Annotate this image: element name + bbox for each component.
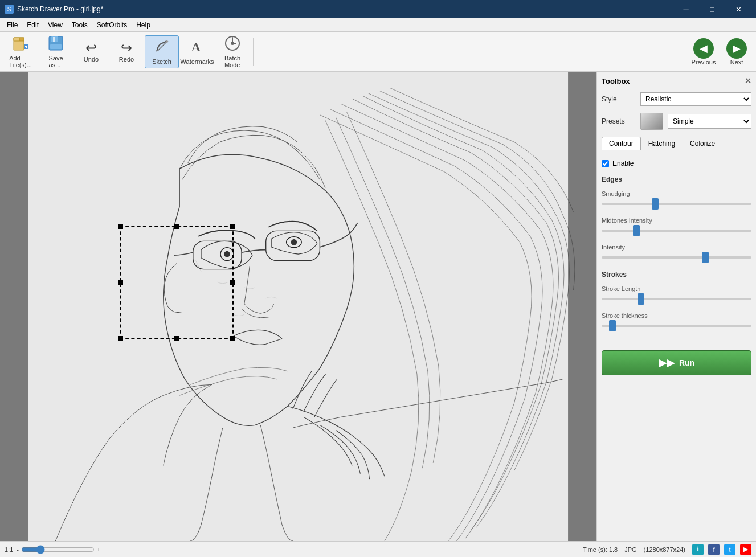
titlebar: S Sketch Drawer Pro - girl.jpg* ─ □ ✕ [0, 0, 756, 18]
watermarks-button[interactable]: A Watermarks [180, 35, 214, 68]
statusbar: 1:1 - + Time (s): 1.8 JPG (1280x877x24) … [0, 541, 756, 557]
smudging-slider-group: Smudging [602, 190, 751, 207]
save-as-label: Saveas... [48, 55, 63, 68]
next-button[interactable]: ▶ Next [721, 35, 753, 68]
intensity-slider[interactable] [602, 256, 751, 259]
zoom-slider[interactable] [21, 545, 95, 554]
run-label: Run [679, 358, 694, 367]
save-as-icon [48, 35, 64, 54]
next-label: Next [730, 59, 743, 65]
svg-point-16 [224, 251, 230, 256]
format-display: JPG [624, 546, 636, 553]
stroke-length-slider[interactable] [602, 298, 751, 300]
statusbar-left: 1:1 - + [5, 545, 576, 554]
svg-point-13 [231, 42, 234, 45]
app-icon: S [5, 5, 14, 14]
midtones-slider-group: Midtones Intensity [602, 217, 751, 234]
intensity-slider-group: Intensity [602, 244, 751, 260]
zoom-out-button[interactable]: - [17, 546, 19, 553]
style-row: Style Realistic Simple Artistic [602, 92, 751, 106]
undo-label: Undo [84, 56, 99, 63]
previous-button[interactable]: ◀ Previous [688, 35, 720, 68]
canvas-area[interactable] [0, 72, 596, 541]
batch-mode-button[interactable]: BatchMode [215, 35, 250, 68]
tab-contour[interactable]: Contour [602, 137, 641, 150]
smudging-label: Smudging [602, 190, 751, 197]
menu-edit[interactable]: Edit [22, 20, 43, 30]
midtones-intensity-slider[interactable] [602, 230, 751, 232]
batch-mode-icon [224, 35, 240, 54]
stroke-thickness-slider-group: Stroke thickness [602, 312, 751, 329]
midtones-intensity-label: Midtones Intensity [602, 217, 751, 224]
stroke-thickness-label: Stroke thickness [602, 312, 751, 319]
enable-checkbox[interactable] [602, 160, 609, 167]
watermarks-icon: A [189, 39, 205, 57]
toolbox-tabs: Contour Hatching Colorize [602, 137, 751, 150]
youtube-icon[interactable]: ▶ [740, 544, 751, 555]
undo-button[interactable]: ↩ Undo [74, 35, 108, 68]
presets-row: Presets Simple Detailed Sketch Realistic [602, 113, 751, 130]
svg-rect-9 [50, 44, 62, 49]
presets-label: Presets [602, 117, 636, 125]
stroke-length-label: Stroke Length [602, 285, 751, 292]
svg-text:A: A [191, 40, 201, 54]
toolbox-header: Toolbox ✕ [602, 76, 751, 85]
time-display: Time (s): 1.8 [583, 546, 618, 553]
intensity-label: Intensity [602, 244, 751, 251]
titlebar-controls: ─ □ ✕ [673, 0, 751, 18]
redo-button[interactable]: ↪ Redo [109, 35, 144, 68]
redo-label: Redo [119, 56, 134, 63]
preset-preview-icon [640, 113, 663, 130]
titlebar-left: S Sketch Drawer Pro - girl.jpg* [5, 5, 103, 14]
tab-hatching[interactable]: Hatching [641, 137, 683, 150]
toolbox-panel: Toolbox ✕ Style Realistic Simple Artisti… [596, 72, 756, 541]
menu-view[interactable]: View [43, 20, 67, 30]
edges-section-label: Edges [602, 175, 751, 183]
redo-icon: ↪ [121, 41, 132, 55]
menu-tools[interactable]: Tools [67, 20, 92, 30]
presets-select[interactable]: Simple Detailed Sketch Realistic [668, 114, 751, 129]
zoom-level: 1:1 [5, 546, 13, 553]
svg-rect-1 [14, 38, 19, 41]
style-label: Style [602, 95, 636, 103]
watermarks-label: Watermarks [181, 58, 214, 65]
tab-colorize[interactable]: Colorize [683, 137, 722, 150]
batch-mode-label: BatchMode [224, 55, 240, 68]
save-as-button[interactable]: Saveas... [39, 35, 73, 68]
stroke-thickness-slider[interactable] [602, 325, 751, 327]
previous-arrow-icon: ◀ [693, 38, 714, 59]
maximize-button[interactable]: □ [699, 0, 725, 18]
svg-rect-14 [28, 72, 568, 541]
undo-icon: ↩ [85, 41, 97, 55]
previous-label: Previous [692, 59, 716, 65]
sketch-button[interactable]: Sketch [145, 35, 179, 68]
menu-file[interactable]: File [2, 20, 22, 30]
sketch-image [0, 72, 596, 541]
sketch-icon [154, 39, 170, 57]
menu-help[interactable]: Help [132, 20, 155, 30]
menubar: File Edit View Tools SoftOrbits Help [0, 18, 756, 32]
zoom-in-button[interactable]: + [97, 546, 100, 553]
style-select[interactable]: Realistic Simple Artistic [640, 92, 751, 106]
toolbox-title: Toolbox [602, 77, 630, 85]
toolbar: AddFile(s)... Saveas... ↩ Undo ↪ Redo [0, 32, 756, 72]
sketch-label: Sketch [152, 58, 171, 65]
smudging-slider[interactable] [602, 203, 751, 205]
svg-rect-8 [53, 37, 55, 42]
run-button[interactable]: ▶▶ Run [602, 350, 751, 375]
canvas-content [0, 72, 596, 541]
app-title: Sketch Drawer Pro - girl.jpg* [17, 5, 103, 13]
toolbox-close-button[interactable]: ✕ [745, 76, 751, 85]
twitter-icon[interactable]: t [724, 544, 735, 555]
add-files-button[interactable]: AddFile(s)... [3, 35, 38, 68]
menu-softorbits[interactable]: SoftOrbits [92, 20, 132, 30]
close-button[interactable]: ✕ [725, 0, 751, 18]
minimize-button[interactable]: ─ [673, 0, 699, 18]
enable-label[interactable]: Enable [612, 159, 634, 167]
run-row: ▶▶ Run [602, 350, 751, 375]
facebook-icon[interactable]: f [708, 544, 720, 555]
stroke-length-slider-group: Stroke Length [602, 285, 751, 302]
statusbar-right: Time (s): 1.8 JPG (1280x877x24) ℹ f t ▶ [583, 544, 751, 555]
next-arrow-icon: ▶ [726, 38, 747, 59]
info-icon[interactable]: ℹ [692, 544, 704, 555]
